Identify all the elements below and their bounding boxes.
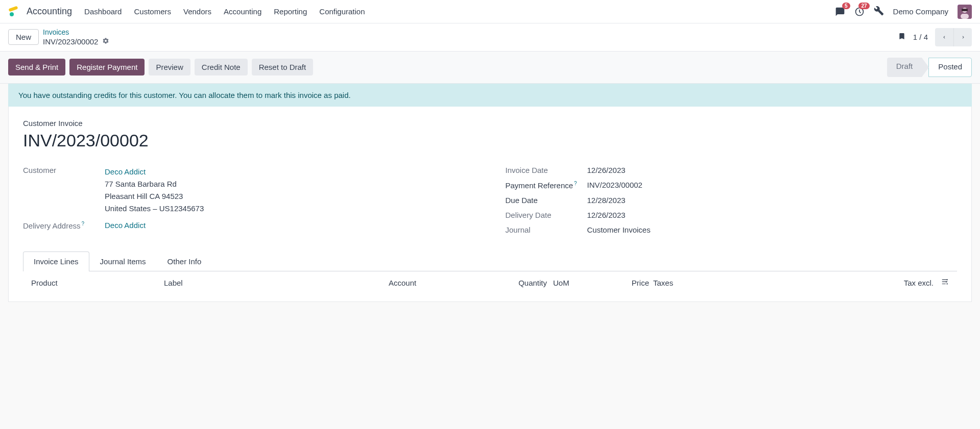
delivery-date-label: Delivery Date [506,211,587,219]
tab-other-info[interactable]: Other Info [157,251,212,271]
gear-icon[interactable] [102,37,109,47]
customer-addr3: United States – US12345673 [105,203,204,215]
col-label: Label [164,279,389,287]
status-draft[interactable]: Draft [887,58,922,77]
journal-label: Journal [506,225,587,234]
doc-type-label: Customer Invoice [23,119,957,128]
app-logo-icon[interactable] [8,6,20,18]
journal-value[interactable]: Customer Invoices [587,225,651,234]
credit-note-button[interactable]: Credit Note [195,59,248,75]
customer-label: Customer [23,166,105,174]
pager-count[interactable]: 1 / 4 [913,33,928,41]
breadcrumb-bar: New Invoices INV/2023/00002 1 / 4 [0,23,980,52]
svg-point-8 [946,281,947,282]
tabs: Invoice Lines Journal Items Other Info [23,251,957,271]
bookmark-icon[interactable] [898,31,906,43]
pager-next-button[interactable] [953,28,972,46]
svg-rect-0 [8,6,18,12]
customer-addr1: 77 Santa Barbara Rd [105,178,204,190]
delivery-date-value[interactable]: 12/26/2023 [587,211,626,219]
due-date-value[interactable]: 12/28/2023 [587,196,626,205]
preview-button[interactable]: Preview [149,59,190,75]
lines-table-header: Product Label Account Quantity UoM Price… [23,271,957,289]
delivery-address-label: Delivery Address? [23,221,105,230]
nav-configuration[interactable]: Configuration [319,7,365,16]
invoice-date-value[interactable]: 12/26/2023 [587,166,626,174]
col-uom: UoM [547,279,588,287]
tab-journal-items[interactable]: Journal Items [89,251,157,271]
svg-rect-5 [961,14,969,19]
form-sheet: Customer Invoice INV/2023/00002 Customer… [8,107,972,302]
user-avatar[interactable] [958,5,972,19]
customer-addr2: Pleasant Hill CA 94523 [105,190,204,203]
customer-link[interactable]: Deco Addict [105,166,204,178]
col-quantity: Quantity [506,279,547,287]
doc-title: INV/2023/00002 [23,131,957,150]
payment-ref-value[interactable]: INV/2023/00002 [587,181,642,189]
delivery-address-link[interactable]: Deco Addict [105,221,146,230]
svg-point-9 [947,279,948,280]
register-payment-button[interactable]: Register Payment [69,59,145,75]
col-tax-excl: Tax excl. [700,279,934,287]
breadcrumb-parent[interactable]: Invoices [43,28,109,37]
action-bar: Send & Print Register Payment Preview Cr… [0,52,980,84]
reset-draft-button[interactable]: Reset to Draft [252,59,314,75]
svg-point-1 [10,12,14,16]
tab-invoice-lines[interactable]: Invoice Lines [23,251,89,271]
columns-options-icon[interactable] [941,279,949,287]
col-price: Price [588,279,649,287]
due-date-label: Due Date [506,196,587,205]
status-posted[interactable]: Posted [928,58,972,77]
payment-ref-label: Payment Reference? [506,181,587,190]
status-bar: Draft Posted [887,58,972,77]
messages-icon[interactable]: 5 [835,7,845,17]
top-nav: Accounting Dashboard Customers Vendors A… [0,0,980,23]
svg-point-7 [947,283,948,284]
col-account: Account [389,279,506,287]
col-taxes: Taxes [649,279,700,287]
nav-accounting[interactable]: Accounting [224,7,261,16]
nav-menu: Dashboard Customers Vendors Accounting R… [84,7,365,16]
activities-icon[interactable]: 27 [854,7,865,17]
col-product: Product [31,279,164,287]
new-button[interactable]: New [8,29,39,45]
activities-badge: 27 [858,3,869,9]
nav-customers[interactable]: Customers [134,7,171,16]
svg-rect-6 [962,9,968,11]
messages-badge: 5 [842,3,850,9]
tools-icon[interactable] [874,6,884,17]
nav-reporting[interactable]: Reporting [274,7,307,16]
send-print-button[interactable]: Send & Print [8,59,65,75]
app-name[interactable]: Accounting [27,6,72,17]
pager-prev-button[interactable] [935,28,953,46]
nav-dashboard[interactable]: Dashboard [84,7,122,16]
breadcrumb-current: INV/2023/00002 [43,37,98,47]
nav-vendors[interactable]: Vendors [183,7,211,16]
company-switcher[interactable]: Demo Company [893,7,948,16]
outstanding-credits-alert: You have outstanding credits for this cu… [8,84,972,107]
help-icon[interactable]: ? [574,181,577,186]
help-icon[interactable]: ? [82,221,85,226]
invoice-date-label: Invoice Date [506,166,587,174]
